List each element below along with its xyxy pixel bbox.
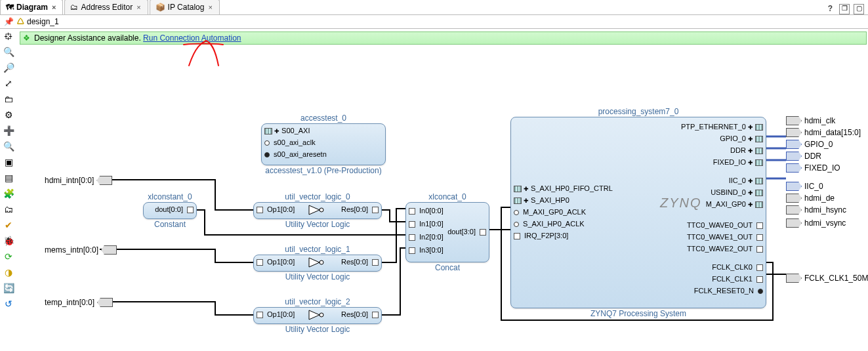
svg-marker-4 bbox=[309, 310, 320, 320]
block-title: util_vector_logic_0 bbox=[254, 192, 381, 201]
collapse-icon[interactable]: ▤ bbox=[1, 171, 16, 185]
block-xlconstant[interactable]: xlconstant_0Constantdout[0:0] bbox=[143, 202, 197, 219]
block-port[interactable]: IRQ_F2P[3:0] bbox=[514, 232, 568, 239]
settings-icon[interactable]: ⚙ bbox=[1, 108, 16, 122]
block-title: xlconcat_0 bbox=[406, 192, 489, 201]
validate-icon[interactable]: ✔ bbox=[1, 218, 16, 232]
add-ip-icon[interactable]: ➕ bbox=[1, 123, 16, 138]
dark-icon[interactable]: ◑ bbox=[1, 265, 16, 279]
cycle-icon[interactable]: 🔄 bbox=[1, 281, 16, 295]
block-port[interactable]: GPIO_0 ✚ bbox=[720, 134, 763, 142]
port-shape bbox=[786, 140, 802, 149]
port-label: FIXED_IO bbox=[804, 163, 840, 173]
block-port[interactable]: In3[0:0] bbox=[409, 246, 444, 254]
expand-icon[interactable]: ▣ bbox=[1, 155, 16, 169]
maximize-button[interactable]: ▢ bbox=[854, 4, 864, 14]
ext-port-out[interactable]: GPIO_0 bbox=[786, 140, 833, 149]
block-port[interactable]: Op1[0:0] bbox=[257, 310, 295, 318]
ext-port-out[interactable]: hdmi_vsync bbox=[786, 218, 846, 228]
port-shape bbox=[786, 163, 802, 173]
port-label: hdmi_intn[0:0] bbox=[45, 176, 94, 185]
ext-port-in[interactable]: temp_intn[0:0] bbox=[45, 298, 113, 307]
ext-port-out[interactable]: FCLK_CLK1_50M bbox=[786, 274, 868, 283]
hierarchy-icon[interactable]: 🧩 bbox=[1, 186, 16, 201]
tree-icon[interactable]: 🗀 bbox=[1, 92, 16, 106]
port-shape bbox=[97, 298, 113, 307]
zoom-in-icon[interactable]: 🔍 bbox=[1, 45, 16, 59]
block-port[interactable]: M_AXI_GP0_ACLK bbox=[514, 208, 586, 216]
zoom-area-icon[interactable]: 🔎 bbox=[1, 60, 16, 75]
assist-link[interactable]: Run Connection Automation bbox=[143, 33, 241, 43]
tab-ip-catalog[interactable]: 📦 IP Catalog × bbox=[150, 0, 220, 14]
block-port[interactable]: Op1[0:0] bbox=[257, 205, 295, 213]
svg-point-1 bbox=[320, 208, 323, 212]
ext-port-out[interactable]: DDR bbox=[786, 152, 821, 161]
block-port[interactable]: In2[0:0] bbox=[409, 233, 444, 241]
port-shape bbox=[786, 182, 802, 191]
refresh-icon[interactable]: ⟳ bbox=[1, 249, 16, 264]
ext-port-in[interactable]: mems_intn[0:0] bbox=[45, 245, 117, 255]
block-port[interactable]: FCLK_CLK0 bbox=[712, 263, 763, 271]
tab-address-editor[interactable]: 🗂 Address Editor × bbox=[64, 0, 148, 14]
block-port[interactable]: dout[3:0] bbox=[447, 228, 486, 236]
block-port[interactable]: ✚ S00_AXI bbox=[264, 127, 310, 134]
help-icon[interactable]: ? bbox=[825, 4, 835, 14]
block-port[interactable]: IIC_0 ✚ bbox=[729, 176, 763, 184]
block-port[interactable]: DDR ✚ bbox=[730, 146, 763, 154]
block-port[interactable]: FCLK_CLK1 bbox=[712, 275, 763, 283]
bug-icon[interactable]: 🐞 bbox=[1, 234, 16, 248]
block-port[interactable]: TTC0_WAVE1_OUT bbox=[687, 233, 763, 241]
layers-icon[interactable]: 🗂 bbox=[1, 202, 16, 217]
ext-port-out[interactable]: hdmi_clk bbox=[786, 116, 835, 125]
zoom-fit-icon[interactable]: ⤢ bbox=[1, 76, 16, 91]
search-icon[interactable]: 🔍 bbox=[1, 139, 16, 154]
port-label: IIC_0 bbox=[804, 182, 823, 191]
reset-icon[interactable]: ↺ bbox=[1, 297, 16, 311]
block-port[interactable]: TTC0_WAVE0_OUT bbox=[687, 221, 763, 229]
block-port[interactable]: S_AXI_HP0_ACLK bbox=[514, 220, 585, 228]
close-icon[interactable]: × bbox=[207, 3, 213, 11]
block-port[interactable]: Res[0:0] bbox=[341, 258, 379, 266]
ext-port-in[interactable]: hdmi_intn[0:0] bbox=[45, 176, 112, 185]
ext-port-out[interactable]: IIC_0 bbox=[786, 182, 823, 191]
block-ps7[interactable]: processing_system7_0ZYNQ7 Processing Sys… bbox=[510, 117, 766, 308]
svg-marker-0 bbox=[309, 205, 320, 215]
port-label: GPIO_0 bbox=[804, 140, 833, 149]
block-port[interactable]: TTC0_WAVE2_OUT bbox=[687, 245, 763, 253]
tab-diagram[interactable]: 🗺 Diagram × bbox=[0, 0, 63, 14]
block-port[interactable]: s00_axi_aclk bbox=[264, 138, 316, 146]
ext-port-out[interactable]: hdmi_data[15:0] bbox=[786, 128, 861, 137]
block-port[interactable]: dout[0:0] bbox=[155, 205, 194, 213]
block-subtitle: accesstest_v1.0 (Pre-Production) bbox=[262, 166, 385, 175]
block-xlconcat[interactable]: xlconcat_0Concat In0[0:0] In1[0:0] In2[0… bbox=[405, 202, 489, 262]
close-icon[interactable]: × bbox=[51, 3, 57, 11]
block-port[interactable]: PTP_ETHERNET_0 ✚ bbox=[681, 123, 763, 131]
block-port[interactable]: FIXED_IO ✚ bbox=[713, 158, 763, 166]
port-label: temp_intn[0:0] bbox=[45, 298, 94, 307]
block-port[interactable]: ✚ S_AXI_HP0_FIFO_CTRL bbox=[514, 184, 613, 192]
port-shape bbox=[786, 152, 802, 161]
block-title: util_vector_logic_1 bbox=[254, 245, 381, 254]
block-port[interactable]: In0[0:0] bbox=[409, 207, 444, 215]
zynq-logo: ZYNQ bbox=[660, 196, 829, 211]
block-subtitle: Utility Vector Logic bbox=[254, 325, 381, 334]
block-port[interactable]: Op1[0:0] bbox=[257, 258, 295, 266]
port-shape bbox=[786, 218, 802, 228]
port-label: DDR bbox=[804, 152, 821, 161]
ext-port-out[interactable]: FIXED_IO bbox=[786, 163, 840, 173]
assist-text: Designer Assistance available. bbox=[34, 33, 141, 43]
block-port[interactable]: s00_axi_aresetn bbox=[264, 150, 327, 158]
nav-icon[interactable]: ⯐ bbox=[1, 29, 16, 43]
block-port[interactable]: Res[0:0] bbox=[341, 205, 379, 213]
pin-icon[interactable]: 📌 bbox=[4, 17, 14, 26]
port-label: hdmi_data[15:0] bbox=[804, 128, 861, 137]
close-icon[interactable]: × bbox=[135, 3, 142, 11]
restore-button[interactable]: ❐ bbox=[839, 4, 850, 14]
diagram-canvas[interactable]: hdmi_intn[0:0]mems_intn[0:0]temp_intn[0:… bbox=[18, 45, 868, 351]
block-port[interactable]: Res[0:0] bbox=[341, 310, 379, 318]
block-accesstest[interactable]: accesstest_0accesstest_v1.0 (Pre-Product… bbox=[261, 123, 386, 165]
block-port[interactable]: ✚ S_AXI_HP0 bbox=[514, 196, 569, 204]
block-subtitle: Concat bbox=[406, 263, 489, 272]
block-port[interactable]: In1[0:0] bbox=[409, 220, 444, 228]
block-port[interactable]: FCLK_RESET0_N bbox=[694, 287, 763, 295]
